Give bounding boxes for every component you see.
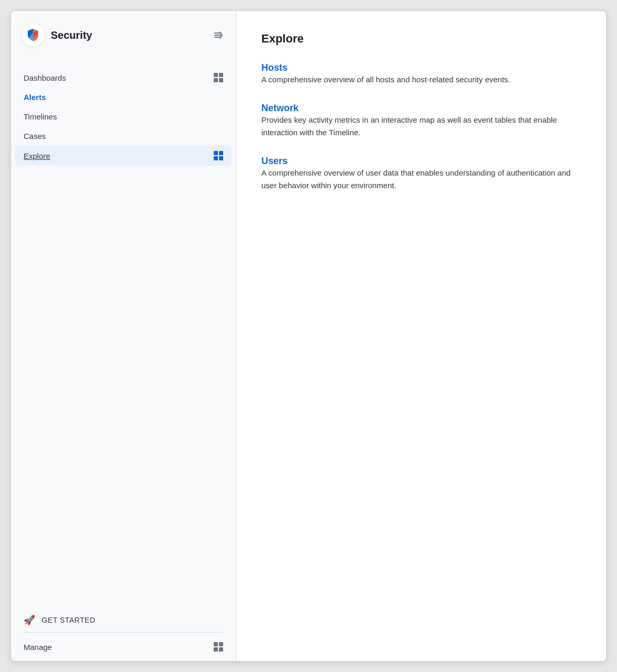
network-description: Provides key activity metrics in an inte… xyxy=(261,114,581,139)
hosts-link[interactable]: Hosts xyxy=(261,62,288,73)
sidebar-item-alerts[interactable]: Alerts xyxy=(11,88,236,107)
logo-circle xyxy=(21,24,45,47)
hosts-description: A comprehensive overview of all hosts an… xyxy=(261,73,581,86)
sidebar-header-left: Security xyxy=(21,24,92,47)
manage-grid-icon xyxy=(214,642,223,652)
sidebar-item-explore[interactable]: Explore xyxy=(15,146,232,166)
collapse-icon xyxy=(213,31,223,39)
sidebar-item-label-cases: Cases xyxy=(24,132,46,140)
shield-icon xyxy=(27,28,39,42)
sidebar-item-cases[interactable]: Cases xyxy=(11,126,236,146)
sidebar-header: Security xyxy=(11,11,236,59)
section-network: Network Provides key activity metrics in… xyxy=(261,103,581,139)
sidebar-item-manage[interactable]: Manage xyxy=(11,637,236,657)
collapse-sidebar-button[interactable] xyxy=(211,29,225,41)
main-content: Explore Hosts A comprehensive overview o… xyxy=(236,11,606,661)
app-container: Security Dashboards Alert xyxy=(10,10,607,662)
sidebar-item-label-manage: Manage xyxy=(24,643,52,652)
app-title: Security xyxy=(51,29,92,41)
sidebar-item-label-explore: Explore xyxy=(24,151,50,160)
network-link[interactable]: Network xyxy=(261,103,299,113)
sidebar-footer: 🚀 GET STARTED Manage xyxy=(11,600,236,661)
footer-divider xyxy=(24,632,223,633)
rocket-icon: 🚀 xyxy=(24,614,36,626)
sidebar-item-dashboards[interactable]: Dashboards xyxy=(11,68,236,88)
sidebar: Security Dashboards Alert xyxy=(11,11,236,661)
sidebar-item-label-dashboards: Dashboards xyxy=(24,73,66,82)
users-link[interactable]: Users xyxy=(261,156,288,166)
page-title: Explore xyxy=(261,32,581,46)
section-users: Users A comprehensive overview of user d… xyxy=(261,156,581,192)
section-hosts: Hosts A comprehensive overview of all ho… xyxy=(261,62,581,86)
get-started-button[interactable]: 🚀 GET STARTED xyxy=(11,608,236,632)
sidebar-nav: Dashboards Alerts Timelines Cases Explor… xyxy=(11,59,236,600)
get-started-label: GET STARTED xyxy=(42,616,96,624)
users-description: A comprehensive overview of user data th… xyxy=(261,167,581,192)
sidebar-item-label-timelines: Timelines xyxy=(24,112,57,121)
explore-grid-icon xyxy=(214,151,223,160)
sidebar-item-timelines[interactable]: Timelines xyxy=(11,107,236,126)
sidebar-item-label-alerts: Alerts xyxy=(24,93,46,102)
dashboards-grid-icon xyxy=(214,73,223,82)
